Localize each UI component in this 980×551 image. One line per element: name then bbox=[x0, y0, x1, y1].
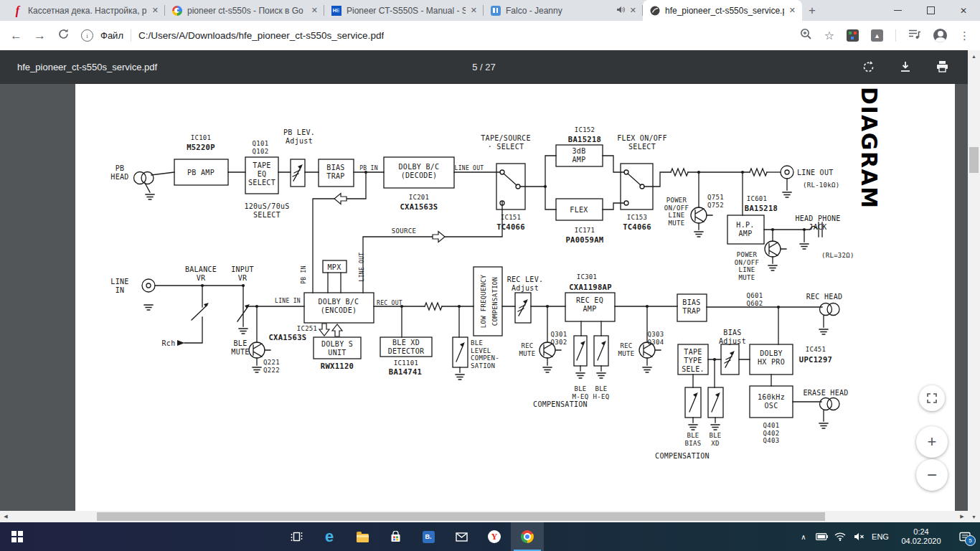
b-app-icon: B. bbox=[423, 531, 435, 543]
tab-close-icon[interactable]: ✕ bbox=[630, 6, 636, 15]
bias-adjust-label: BIASAdjust bbox=[719, 329, 746, 345]
rotate-icon[interactable] bbox=[862, 60, 875, 74]
hp-amp-label: H.P.AMP bbox=[736, 221, 754, 237]
rec-eq-amp-label: REC EQAMP bbox=[576, 296, 603, 313]
scroll-left-icon[interactable]: ◀ bbox=[0, 511, 11, 522]
profile-avatar[interactable] bbox=[933, 29, 947, 42]
rch-label: Rch bbox=[162, 339, 176, 347]
erase-head-label: ERASE HEAD bbox=[803, 389, 848, 397]
pdf-toolbar: 5 / 27 hfe_pioneer_ct-s550s_service.pdf bbox=[0, 50, 968, 84]
tab-hifiengine[interactable]: HE Pioneer CT-S550S - Manual - S ✕ bbox=[324, 0, 484, 21]
media-queue-icon[interactable] bbox=[908, 29, 921, 42]
print-icon[interactable] bbox=[936, 60, 949, 74]
scroll-down-icon[interactable]: ▼ bbox=[968, 511, 980, 522]
horizontal-scrollbar[interactable]: ◀ ▶ bbox=[0, 511, 968, 522]
tab-title: Кассетная дека. Настройка, р bbox=[28, 6, 147, 16]
volume-muted-icon[interactable] bbox=[849, 522, 868, 551]
maximize-button[interactable] bbox=[914, 0, 947, 21]
close-button[interactable]: ✕ bbox=[947, 0, 980, 21]
vertical-scrollbar[interactable]: ▲ ▼ bbox=[968, 50, 980, 522]
tape-source-label: TAPE/SOURCE· SELECT bbox=[481, 134, 531, 151]
open-arrow-down-icon bbox=[319, 324, 329, 336]
zoom-page-icon[interactable] bbox=[800, 28, 812, 43]
store-bag-icon bbox=[390, 531, 402, 543]
cxa1563s-label: CXA1563S bbox=[400, 202, 438, 211]
tab-close-icon[interactable]: ✕ bbox=[152, 6, 159, 15]
diagram-title: DIAGRAM bbox=[857, 87, 882, 209]
browser-menu-icon[interactable]: ⋮ bbox=[959, 29, 970, 42]
pb-lev-label: PB LEV.Adjust bbox=[283, 128, 315, 145]
pb-in-label: PB IN bbox=[359, 165, 378, 171]
tab-close-icon[interactable]: ✕ bbox=[789, 6, 796, 15]
amp3db-label: 3dBAMP bbox=[573, 147, 586, 164]
vertical-scroll-thumb[interactable] bbox=[969, 147, 979, 173]
mail-button[interactable] bbox=[445, 522, 478, 551]
tab-cassette-deck[interactable]: f Кассетная дека. Настройка, р ✕ bbox=[6, 0, 165, 21]
tab-close-icon[interactable]: ✕ bbox=[471, 6, 477, 15]
b-app-button[interactable]: B. bbox=[412, 522, 445, 551]
rec-mute-label: RECMUTE bbox=[519, 342, 536, 357]
wifi-icon[interactable] bbox=[831, 522, 849, 551]
yandex-browser-button[interactable]: Y bbox=[478, 522, 511, 551]
bookmark-star-icon[interactable]: ☆ bbox=[824, 29, 834, 42]
battery-icon[interactable] bbox=[812, 522, 831, 551]
extension-icon[interactable] bbox=[847, 29, 859, 42]
flex-label: FLEX bbox=[570, 206, 588, 214]
level-arrow-icon bbox=[689, 392, 698, 412]
reload-icon[interactable] bbox=[57, 28, 70, 43]
start-button[interactable] bbox=[0, 522, 34, 551]
omnibox[interactable]: i Файл C:/Users/A/Downloads/hfe_pioneer_… bbox=[81, 29, 788, 42]
scroll-up-icon[interactable]: ▲ bbox=[968, 50, 980, 62]
back-icon[interactable]: ← bbox=[10, 29, 22, 43]
dolby-hx-pro-label: DOLBYHX PRO bbox=[758, 349, 785, 366]
upc1297-label: UPC1297 bbox=[799, 355, 832, 364]
tab-google-search[interactable]: pioneer ct-s550s - Поиск в Go ✕ bbox=[165, 0, 324, 21]
hidden-icons-chevron[interactable]: ∧ bbox=[795, 522, 812, 551]
ba15218-label: BA15218 bbox=[568, 135, 601, 143]
rec-lev-label: REC LEV.Adjust bbox=[507, 276, 544, 292]
pdf-viewer[interactable]: PBHEAD IC101 M5220P PB AMP Q101Q102 TAPE… bbox=[0, 84, 968, 511]
clock-time: 0:24 bbox=[913, 527, 928, 537]
m5220p-label: M5220P bbox=[187, 143, 215, 151]
browser-tab-strip: f Кассетная дека. Настройка, р ✕ pioneer… bbox=[0, 0, 980, 21]
new-tab-button[interactable]: + bbox=[802, 0, 822, 21]
tab-falco-jeanny[interactable]: Falco - Jeanny ✕ bbox=[484, 0, 643, 21]
line-in-wire-label: LINE IN bbox=[275, 298, 301, 304]
microsoft-store-button[interactable] bbox=[379, 522, 412, 551]
horizontal-scroll-thumb[interactable] bbox=[97, 512, 825, 521]
forward-icon[interactable]: → bbox=[34, 29, 46, 43]
ble-xd-label: BLEXD bbox=[709, 432, 721, 447]
tab-audio-icon bbox=[616, 6, 625, 16]
ic451-label: IC451 bbox=[806, 346, 826, 353]
download-icon[interactable] bbox=[899, 60, 912, 74]
q751-label: Q751Q752 bbox=[707, 194, 724, 209]
rec-head-label: REC HEAD bbox=[806, 293, 843, 301]
divider bbox=[895, 29, 896, 42]
chrome-button-active[interactable] bbox=[511, 522, 544, 551]
tape-eq-label: TAPEEQSELECT bbox=[248, 161, 275, 187]
line-out-jack-icon bbox=[781, 166, 793, 179]
url-text[interactable]: C:/Users/A/Downloads/hfe_pioneer_ct-s550… bbox=[138, 30, 384, 41]
minimize-button[interactable] bbox=[881, 0, 914, 21]
mpx-label: MPX bbox=[328, 263, 341, 271]
zoom-out-button[interactable]: − bbox=[916, 459, 948, 491]
address-bar-icons: ☆ ▲ ⋮ bbox=[800, 28, 970, 43]
acrobat-extension-icon[interactable]: ▲ bbox=[871, 29, 883, 42]
tab-close-icon[interactable]: ✕ bbox=[311, 6, 318, 15]
edge-button[interactable]: e bbox=[313, 522, 346, 551]
tab-title: Falco - Jeanny bbox=[506, 6, 611, 16]
globe-icon bbox=[649, 5, 660, 16]
diagram-labels: PBHEAD IC101 M5220P PB AMP Q101Q102 TAPE… bbox=[110, 87, 882, 460]
compensation-label: COMPENSATION bbox=[533, 400, 588, 408]
tab-service-pdf-active[interactable]: hfe_pioneer_ct-s550s_service.p ✕ bbox=[643, 0, 802, 21]
scroll-right-icon[interactable]: ▶ bbox=[956, 511, 968, 522]
ic601-label: IC601 bbox=[747, 195, 768, 202]
language-indicator[interactable]: ENG bbox=[868, 522, 892, 551]
action-center-button[interactable]: 5 bbox=[950, 522, 980, 551]
fit-page-button[interactable] bbox=[919, 385, 945, 411]
clock[interactable]: 0:24 04.02.2020 bbox=[892, 522, 950, 551]
site-info-icon[interactable]: i bbox=[81, 29, 93, 42]
file-explorer-button[interactable] bbox=[346, 522, 379, 551]
task-view-button[interactable] bbox=[280, 522, 313, 551]
zoom-in-button[interactable]: + bbox=[916, 426, 948, 458]
